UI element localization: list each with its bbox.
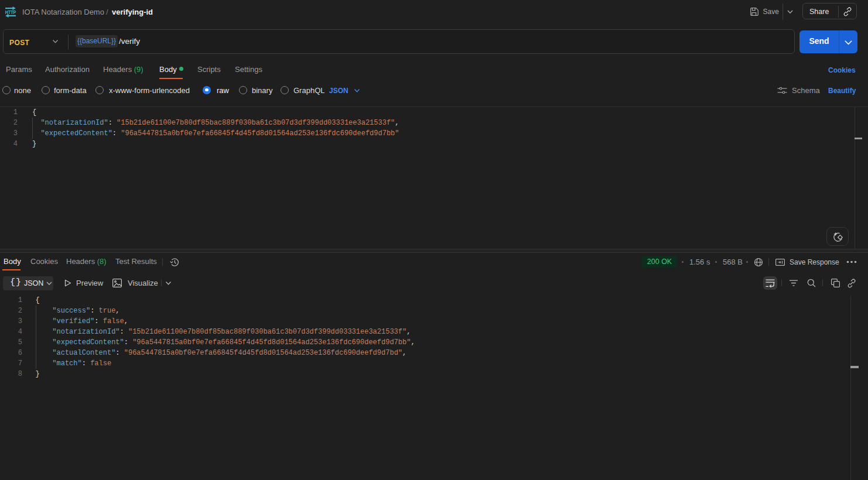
svg-text:HTTP: HTTP [5,9,16,15]
